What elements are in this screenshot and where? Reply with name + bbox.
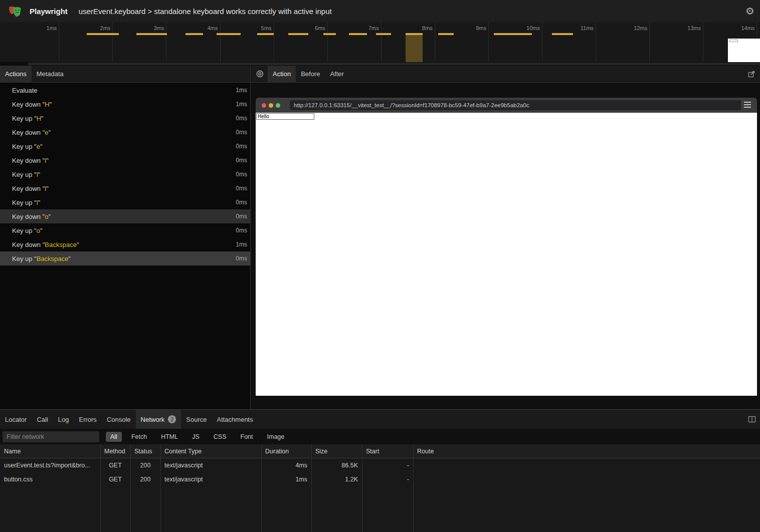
cell-size: 1.2K [311,476,362,483]
tab-actions-label: Actions [5,70,27,78]
action-row[interactable]: Key up "Backspace"0ms [0,251,250,265]
tab-metadata[interactable]: Metadata [32,66,69,82]
timeline[interactable]: 1ms2ms3ms4ms5ms6ms7ms8ms9ms10ms11ms12ms1… [0,22,760,66]
details-panel: LocatorCallLogErrorsConsoleNetwork2Sourc… [0,409,760,532]
menu-icon[interactable] [744,102,751,109]
action-row[interactable]: Key down "H"1ms [0,97,250,111]
tab-log-label: Log [58,416,69,423]
filter-network-input[interactable] [3,431,99,442]
timeline-scrollbar[interactable] [0,62,760,66]
network-table-header: NameMethodStatusContent TypeDurationSize… [0,444,760,458]
open-external-icon[interactable] [748,66,760,82]
cell-method: GET [100,476,130,483]
action-row[interactable]: Key down "Backspace"1ms [0,237,250,251]
action-row[interactable]: Key up "l"0ms [0,195,250,209]
tab-actions[interactable]: Actions [0,66,32,82]
url-bar[interactable]: http://127.0.0.1:63315/__vitest_test__/?… [290,100,741,110]
action-list: Evaluate1msKey down "H"1msKey up "H"0msK… [0,83,250,409]
tab-network[interactable]: Network2 [136,410,181,429]
action-row[interactable]: Key down "l"0ms [0,181,250,195]
snapshot-page [256,113,757,396]
timeline-gridline [59,22,59,62]
action-row[interactable]: Key up "l"0ms [0,167,250,181]
filter-chip-font[interactable]: Font [236,432,258,442]
column-header-name[interactable]: Name [0,448,100,455]
action-row[interactable]: Evaluate1ms [0,83,250,97]
filter-chip-js[interactable]: JS [187,432,204,442]
pick-locator-icon[interactable] [251,66,268,82]
column-header-size[interactable]: Size [311,448,362,455]
tab-call[interactable]: Call [32,410,53,429]
action-row[interactable]: Key down "o"0ms [0,209,250,223]
action-row[interactable]: Key down "e"0ms [0,125,250,139]
timeline-gridline [112,22,113,62]
timeline-gridline [435,22,435,62]
action-row[interactable]: Key up "e"0ms [0,139,250,153]
action-row[interactable]: Key up "o"0ms [0,223,250,237]
network-request-row[interactable]: button.cssGET200text/javascript1ms1.2K- [0,472,760,486]
columns-toggle-icon[interactable] [748,410,760,429]
film-strip-thumbnail[interactable] [728,39,760,62]
action-duration: 0ms [236,185,247,192]
timeline-tick-label: 5ms [237,25,272,32]
tab-attachments[interactable]: Attachments [212,410,258,429]
timeline-tick-label: 11ms [558,25,594,32]
action-row[interactable]: Key down "l"0ms [0,153,250,167]
column-header-method[interactable]: Method [100,448,130,455]
column-header-route[interactable]: Route [413,448,760,455]
column-header-duration[interactable]: Duration [261,448,311,455]
timeline-selection[interactable] [406,33,423,62]
filter-chip-image[interactable]: Image [263,432,289,442]
timeline-tick-label: 10ms [505,25,540,32]
column-header-ct[interactable]: Content Type [160,448,261,455]
column-separator [362,444,362,532]
timeline-action-bar [323,33,336,35]
snapshot-tabstrip: ActionBeforeAfter [251,66,760,83]
tab-console-label: Console [107,416,131,423]
tab-log[interactable]: Log [53,410,74,429]
action-key: o [45,213,48,220]
playwright-trace-viewer: Playwright userEvent.keyboard > standalo… [0,0,760,532]
filter-chip-fetch[interactable]: Fetch [127,432,151,442]
network-request-row[interactable]: userEvent.test.ts?import&bro...GET200tex… [0,458,760,472]
action-key: H [45,101,49,108]
traffic-light-green-icon [276,103,280,108]
action-duration: 0ms [236,129,247,136]
action-key: Backspace [45,241,77,248]
tab-after[interactable]: After [325,66,348,82]
action-row[interactable]: Key up "H"0ms [0,111,250,125]
column-header-start[interactable]: Start [362,448,413,455]
timeline-scrollbar-thumb[interactable] [28,63,760,65]
timeline-gridline [703,22,703,62]
tab-source[interactable]: Source [181,410,212,429]
tab-locator[interactable]: Locator [0,410,32,429]
timeline-tick-label: 8ms [398,25,433,32]
text-input[interactable] [256,113,314,120]
tab-attachments-label: Attachments [217,416,253,423]
tab-errors[interactable]: Errors [74,410,101,429]
timeline-action-bar [494,33,532,35]
column-header-status[interactable]: Status [130,448,160,455]
filter-chip-all[interactable]: All [106,432,122,442]
timeline-gridline [381,22,382,62]
action-label: Key up "o" [12,227,43,234]
settings-gear-icon[interactable]: ⚙ [745,6,754,16]
action-label: Key down "e" [12,129,51,136]
action-label: Key up "H" [12,115,44,122]
timeline-action-bar [185,33,203,35]
tab-before[interactable]: Before [296,66,325,82]
timeline-action-bar [136,33,167,35]
filter-chip-html[interactable]: HTML [156,432,182,442]
tab-console[interactable]: Console [102,410,136,429]
action-label: Key down "H" [12,101,52,108]
cell-method: GET [100,462,130,469]
tab-action[interactable]: Action [268,66,296,82]
tab-errors-label: Errors [79,416,96,423]
actions-tabstrip: ActionsMetadata [0,66,250,83]
timeline-tick-label: 9ms [451,25,486,32]
tab-locator-label: Locator [5,416,27,423]
cell-ct: text/javascript [160,462,261,469]
filter-chip-css[interactable]: CSS [209,432,231,442]
traffic-light-yellow-icon [269,103,273,108]
action-duration: 0ms [236,115,247,122]
